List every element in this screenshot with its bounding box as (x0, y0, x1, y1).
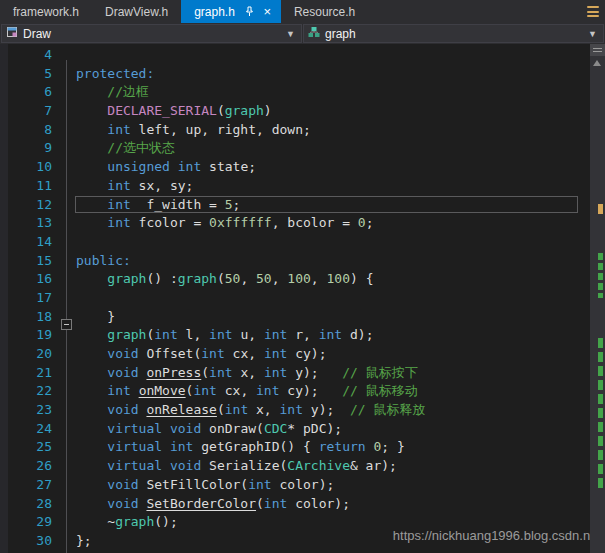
code-text: int fcolor = 0xffffff, bcolor = 0; (76, 214, 605, 233)
line-number[interactable]: 21 (0, 364, 52, 383)
code-line-17[interactable]: 17 (0, 289, 605, 308)
change-marker (598, 366, 603, 376)
code-line-22[interactable]: 22 int onMove(int cx, int cy); // 鼠标移动 (0, 382, 605, 401)
outline-margin (52, 345, 76, 364)
tab-graph-h[interactable]: graph.h× (181, 0, 281, 23)
outline-margin (52, 121, 76, 140)
change-marker (598, 273, 603, 280)
code-text: void Offset(int cx, int cy); (76, 345, 605, 364)
scope-dropdown[interactable]: Draw ▼ (1, 24, 302, 43)
outline-margin (52, 382, 76, 401)
line-number[interactable]: 7 (0, 102, 52, 121)
outline-margin (52, 139, 76, 158)
code-text: } (76, 308, 605, 327)
outline-guide-line (66, 60, 67, 553)
code-text: virtual void Serialize(CArchive& ar); (76, 457, 605, 476)
code-line-28[interactable]: 28 void SetBorderColor(int color); (0, 495, 605, 514)
code-line-5[interactable]: 5protected: (0, 65, 605, 84)
line-number[interactable]: 16 (0, 270, 52, 289)
code-text (76, 46, 605, 65)
code-line-10[interactable]: 10 unsigned int state; (0, 158, 605, 177)
code-line-4[interactable]: 4 (0, 46, 605, 65)
code-text: void onRelease(int x, int y); // 鼠标释放 (76, 401, 605, 420)
code-line-23[interactable]: 23 void onRelease(int x, int y); // 鼠标释放 (0, 401, 605, 420)
change-marker (598, 478, 603, 488)
change-marker (598, 380, 603, 390)
line-number[interactable]: 19 (0, 326, 52, 345)
fold-collapse-button[interactable] (61, 319, 72, 330)
line-number[interactable]: 22 (0, 382, 52, 401)
code-line-15[interactable]: 15public: (0, 252, 605, 271)
code-line-24[interactable]: 24 virtual void onDraw(CDC* pDC); (0, 420, 605, 439)
line-number[interactable]: 28 (0, 495, 52, 514)
change-marker (598, 408, 603, 418)
code-editor[interactable]: 45protected:6 //边框7 DECLARE_SERIAL(graph… (0, 44, 605, 553)
tab-resource-h[interactable]: Resource.h (281, 0, 368, 23)
line-number[interactable]: 15 (0, 252, 52, 271)
code-line-16[interactable]: 16 graph() :graph(50, 50, 100, 100) { (0, 270, 605, 289)
vertical-scrollbar[interactable] (590, 44, 605, 553)
outline-margin (52, 83, 76, 102)
code-line-27[interactable]: 27 void SetFillColor(int color); (0, 476, 605, 495)
line-number[interactable]: 13 (0, 214, 52, 233)
line-number[interactable]: 30 (0, 532, 52, 551)
line-number[interactable]: 12 (0, 196, 52, 215)
line-number[interactable]: 20 (0, 345, 52, 364)
line-number[interactable]: 18 (0, 308, 52, 327)
line-number[interactable]: 8 (0, 121, 52, 140)
code-line-18[interactable]: 18 } (0, 308, 605, 327)
code-line-20[interactable]: 20 void Offset(int cx, int cy); (0, 345, 605, 364)
project-icon (6, 26, 18, 41)
change-marker (598, 436, 603, 446)
line-number[interactable]: 25 (0, 438, 52, 457)
line-number[interactable]: 29 (0, 513, 52, 532)
code-line-26[interactable]: 26 virtual void Serialize(CArchive& ar); (0, 457, 605, 476)
line-number[interactable]: 9 (0, 139, 52, 158)
code-line-6[interactable]: 6 //边框 (0, 83, 605, 102)
line-number[interactable]: 26 (0, 457, 52, 476)
tab-label: DrawView.h (105, 5, 168, 19)
code-line-12[interactable]: 12 int f_width = 5; (0, 196, 605, 215)
code-line-14[interactable]: 14 (0, 233, 605, 252)
code-line-21[interactable]: 21 void onPress(int x, int y); // 鼠标按下 (0, 364, 605, 383)
change-marker (598, 450, 603, 460)
change-marker (598, 352, 603, 362)
tab-list-button[interactable] (585, 5, 601, 18)
member-dropdown[interactable]: graph ▼ (303, 24, 604, 43)
outline-margin (52, 364, 76, 383)
code-text: unsigned int state; (76, 158, 605, 177)
close-icon[interactable]: × (261, 5, 274, 18)
splitter-grip-icon[interactable] (590, 44, 605, 56)
outline-margin (52, 513, 76, 532)
code-text: void SetFillColor(int color); (76, 476, 605, 495)
outline-margin (52, 270, 76, 289)
line-number[interactable]: 23 (0, 401, 52, 420)
tab-drawview-h[interactable]: DrawView.h (92, 0, 181, 23)
outline-margin (52, 420, 76, 439)
change-marker (598, 263, 603, 270)
code-line-25[interactable]: 25 virtual int getGraphID() { return 0; … (0, 438, 605, 457)
line-number[interactable]: 10 (0, 158, 52, 177)
line-number[interactable]: 27 (0, 476, 52, 495)
tab-label: Resource.h (294, 5, 355, 19)
outline-margin (52, 102, 76, 121)
tab-label: graph.h (194, 5, 235, 19)
line-number[interactable]: 14 (0, 233, 52, 252)
line-number[interactable]: 5 (0, 65, 52, 84)
code-line-8[interactable]: 8 int left, up, right, down; (0, 121, 605, 140)
scroll-up-arrow-icon[interactable] (593, 60, 601, 66)
code-line-19[interactable]: 19 graph(int l, int u, int r, int d); (0, 326, 605, 345)
tab-framework-h[interactable]: framework.h (0, 0, 92, 23)
pin-icon[interactable] (243, 5, 256, 18)
outline-margin (52, 289, 76, 308)
code-line-11[interactable]: 11 int sx, sy; (0, 177, 605, 196)
line-number[interactable]: 11 (0, 177, 52, 196)
chevron-down-icon: ▼ (286, 29, 297, 39)
code-line-9[interactable]: 9 //选中状态 (0, 139, 605, 158)
line-number[interactable]: 6 (0, 83, 52, 102)
line-number[interactable]: 4 (0, 46, 52, 65)
code-line-7[interactable]: 7 DECLARE_SERIAL(graph) (0, 102, 605, 121)
line-number[interactable]: 17 (0, 289, 52, 308)
code-line-13[interactable]: 13 int fcolor = 0xffffff, bcolor = 0; (0, 214, 605, 233)
line-number[interactable]: 24 (0, 420, 52, 439)
